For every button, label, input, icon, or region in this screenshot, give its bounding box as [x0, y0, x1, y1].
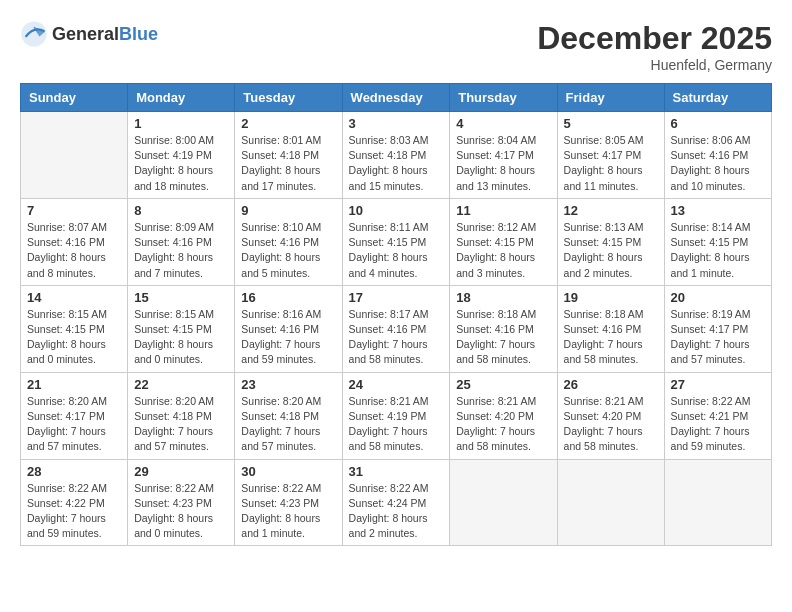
daylight-hours: Daylight: 7 hours and 57 minutes.: [134, 425, 213, 452]
calendar-cell: 16Sunrise: 8:16 AMSunset: 4:16 PMDayligh…: [235, 285, 342, 372]
calendar-cell: 8Sunrise: 8:09 AMSunset: 4:16 PMDaylight…: [128, 198, 235, 285]
sunrise: Sunrise: 8:11 AM: [349, 221, 429, 233]
sunset: Sunset: 4:15 PM: [456, 236, 534, 248]
sunrise: Sunrise: 8:09 AM: [134, 221, 214, 233]
calendar-cell: 4Sunrise: 8:04 AMSunset: 4:17 PMDaylight…: [450, 112, 557, 199]
day-info: Sunrise: 8:13 AMSunset: 4:15 PMDaylight:…: [564, 220, 658, 281]
sunset: Sunset: 4:20 PM: [564, 410, 642, 422]
sunset: Sunset: 4:16 PM: [27, 236, 105, 248]
day-number: 6: [671, 116, 765, 131]
sunset: Sunset: 4:18 PM: [241, 410, 319, 422]
calendar-cell: 31Sunrise: 8:22 AMSunset: 4:24 PMDayligh…: [342, 459, 450, 546]
sunset: Sunset: 4:18 PM: [349, 149, 427, 161]
sunrise: Sunrise: 8:01 AM: [241, 134, 321, 146]
day-info: Sunrise: 8:15 AMSunset: 4:15 PMDaylight:…: [134, 307, 228, 368]
daylight-hours: Daylight: 8 hours and 2 minutes.: [564, 251, 643, 278]
daylight-hours: Daylight: 7 hours and 58 minutes.: [349, 425, 428, 452]
calendar-cell: 3Sunrise: 8:03 AMSunset: 4:18 PMDaylight…: [342, 112, 450, 199]
day-number: 4: [456, 116, 550, 131]
calendar-cell: 11Sunrise: 8:12 AMSunset: 4:15 PMDayligh…: [450, 198, 557, 285]
logo-text: GeneralBlue: [52, 24, 158, 45]
daylight-hours: Daylight: 8 hours and 0 minutes.: [134, 338, 213, 365]
day-info: Sunrise: 8:22 AMSunset: 4:22 PMDaylight:…: [27, 481, 121, 542]
sunrise: Sunrise: 8:20 AM: [134, 395, 214, 407]
daylight-hours: Daylight: 8 hours and 4 minutes.: [349, 251, 428, 278]
daylight-hours: Daylight: 8 hours and 3 minutes.: [456, 251, 535, 278]
daylight-hours: Daylight: 7 hours and 58 minutes.: [564, 425, 643, 452]
logo: GeneralBlue: [20, 20, 158, 48]
sunrise: Sunrise: 8:10 AM: [241, 221, 321, 233]
sunrise: Sunrise: 8:17 AM: [349, 308, 429, 320]
sunrise: Sunrise: 8:21 AM: [349, 395, 429, 407]
daylight-hours: Daylight: 8 hours and 17 minutes.: [241, 164, 320, 191]
day-number: 15: [134, 290, 228, 305]
calendar-cell: [664, 459, 771, 546]
calendar-cell: 18Sunrise: 8:18 AMSunset: 4:16 PMDayligh…: [450, 285, 557, 372]
sunset: Sunset: 4:23 PM: [134, 497, 212, 509]
sunset: Sunset: 4:17 PM: [564, 149, 642, 161]
day-number: 10: [349, 203, 444, 218]
sunset: Sunset: 4:15 PM: [134, 323, 212, 335]
col-header-sunday: Sunday: [21, 84, 128, 112]
sunrise: Sunrise: 8:15 AM: [134, 308, 214, 320]
calendar-cell: 9Sunrise: 8:10 AMSunset: 4:16 PMDaylight…: [235, 198, 342, 285]
col-header-friday: Friday: [557, 84, 664, 112]
calendar-cell: 12Sunrise: 8:13 AMSunset: 4:15 PMDayligh…: [557, 198, 664, 285]
day-number: 11: [456, 203, 550, 218]
sunrise: Sunrise: 8:12 AM: [456, 221, 536, 233]
calendar-cell: 7Sunrise: 8:07 AMSunset: 4:16 PMDaylight…: [21, 198, 128, 285]
sunset: Sunset: 4:16 PM: [671, 149, 749, 161]
sunset: Sunset: 4:16 PM: [134, 236, 212, 248]
daylight-hours: Daylight: 8 hours and 7 minutes.: [134, 251, 213, 278]
day-info: Sunrise: 8:00 AMSunset: 4:19 PMDaylight:…: [134, 133, 228, 194]
sunrise: Sunrise: 8:05 AM: [564, 134, 644, 146]
day-number: 17: [349, 290, 444, 305]
month-title: December 2025: [537, 20, 772, 57]
day-number: 16: [241, 290, 335, 305]
sunrise: Sunrise: 8:22 AM: [349, 482, 429, 494]
day-number: 12: [564, 203, 658, 218]
calendar-week-row: 21Sunrise: 8:20 AMSunset: 4:17 PMDayligh…: [21, 372, 772, 459]
daylight-hours: Daylight: 7 hours and 59 minutes.: [241, 338, 320, 365]
day-info: Sunrise: 8:11 AMSunset: 4:15 PMDaylight:…: [349, 220, 444, 281]
day-number: 13: [671, 203, 765, 218]
sunrise: Sunrise: 8:22 AM: [134, 482, 214, 494]
calendar-week-row: 28Sunrise: 8:22 AMSunset: 4:22 PMDayligh…: [21, 459, 772, 546]
sunrise: Sunrise: 8:03 AM: [349, 134, 429, 146]
sunset: Sunset: 4:15 PM: [671, 236, 749, 248]
logo-icon: [20, 20, 48, 48]
day-info: Sunrise: 8:20 AMSunset: 4:18 PMDaylight:…: [241, 394, 335, 455]
sunset: Sunset: 4:17 PM: [671, 323, 749, 335]
day-number: 23: [241, 377, 335, 392]
calendar-cell: 25Sunrise: 8:21 AMSunset: 4:20 PMDayligh…: [450, 372, 557, 459]
daylight-hours: Daylight: 7 hours and 57 minutes.: [671, 338, 750, 365]
logo-blue: Blue: [119, 24, 158, 44]
sunset: Sunset: 4:15 PM: [27, 323, 105, 335]
sunrise: Sunrise: 8:21 AM: [456, 395, 536, 407]
daylight-hours: Daylight: 7 hours and 58 minutes.: [564, 338, 643, 365]
day-number: 31: [349, 464, 444, 479]
svg-point-0: [21, 21, 46, 46]
sunset: Sunset: 4:19 PM: [349, 410, 427, 422]
col-header-saturday: Saturday: [664, 84, 771, 112]
daylight-hours: Daylight: 8 hours and 5 minutes.: [241, 251, 320, 278]
calendar-cell: 26Sunrise: 8:21 AMSunset: 4:20 PMDayligh…: [557, 372, 664, 459]
day-info: Sunrise: 8:16 AMSunset: 4:16 PMDaylight:…: [241, 307, 335, 368]
day-info: Sunrise: 8:18 AMSunset: 4:16 PMDaylight:…: [456, 307, 550, 368]
day-number: 28: [27, 464, 121, 479]
sunrise: Sunrise: 8:21 AM: [564, 395, 644, 407]
day-info: Sunrise: 8:01 AMSunset: 4:18 PMDaylight:…: [241, 133, 335, 194]
day-info: Sunrise: 8:17 AMSunset: 4:16 PMDaylight:…: [349, 307, 444, 368]
sunset: Sunset: 4:17 PM: [27, 410, 105, 422]
sunrise: Sunrise: 8:00 AM: [134, 134, 214, 146]
calendar-cell: 2Sunrise: 8:01 AMSunset: 4:18 PMDaylight…: [235, 112, 342, 199]
day-info: Sunrise: 8:14 AMSunset: 4:15 PMDaylight:…: [671, 220, 765, 281]
calendar-cell: 14Sunrise: 8:15 AMSunset: 4:15 PMDayligh…: [21, 285, 128, 372]
location: Huenfeld, Germany: [537, 57, 772, 73]
sunset: Sunset: 4:18 PM: [134, 410, 212, 422]
day-number: 2: [241, 116, 335, 131]
day-number: 22: [134, 377, 228, 392]
day-number: 21: [27, 377, 121, 392]
calendar-cell: 20Sunrise: 8:19 AMSunset: 4:17 PMDayligh…: [664, 285, 771, 372]
logo-general: General: [52, 24, 119, 44]
